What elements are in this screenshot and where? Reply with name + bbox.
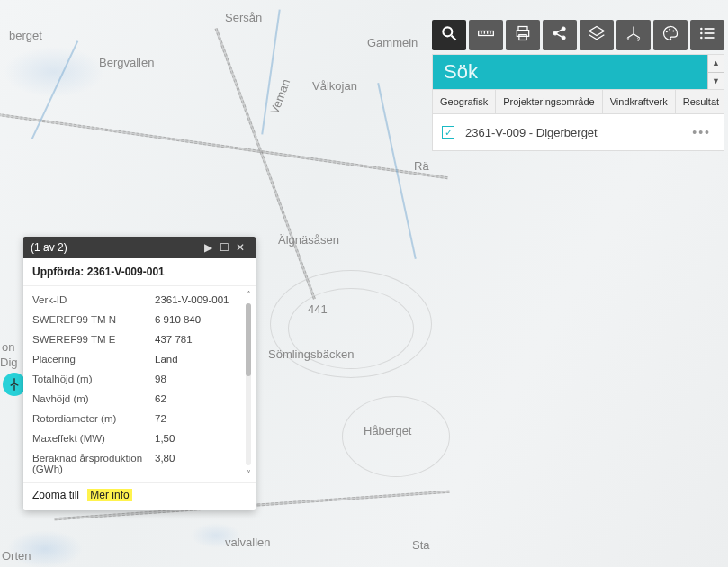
turbine-icon xyxy=(7,377,22,392)
result-checkbox[interactable]: ✓ xyxy=(442,126,454,139)
popup-next-icon[interactable]: ▶ xyxy=(200,241,216,254)
coords-icon: xy xyxy=(625,24,643,46)
attribute-key: Maxeffekt (MW) xyxy=(32,433,148,444)
feature-popup: (1 av 2) ▶ ☐ ✕ Uppförda: 2361-V-009-001 … xyxy=(23,237,256,510)
map-label: Veman xyxy=(267,77,292,116)
popup-counter: (1 av 2) xyxy=(31,241,200,254)
share-button[interactable] xyxy=(543,20,577,50)
svg-line-1 xyxy=(452,36,456,40)
svg-point-12 xyxy=(562,36,565,40)
scroll-track[interactable] xyxy=(246,303,251,465)
road-line xyxy=(0,112,448,179)
attribute-value: 437 781 xyxy=(155,334,243,345)
stepper-down[interactable]: ▼ xyxy=(708,73,724,90)
print-icon xyxy=(514,24,532,46)
svg-point-11 xyxy=(562,27,565,31)
palette-icon xyxy=(661,24,679,46)
map-label: Bergvallen xyxy=(99,56,154,69)
popup-scrollbar[interactable]: ˄ ˅ xyxy=(243,286,254,482)
map-label: Rä xyxy=(414,159,429,173)
attribute-row: Beräknad årsproduktion (GWh)3,80 xyxy=(23,448,256,479)
stepper-up[interactable]: ▲ xyxy=(708,55,724,73)
popup-title: Uppförda: 2361-V-009-001 xyxy=(23,258,256,286)
layers-button[interactable] xyxy=(580,20,614,50)
result-more-icon[interactable]: ••• xyxy=(692,125,715,140)
scroll-down-icon[interactable]: ˅ xyxy=(247,469,251,479)
scroll-thumb[interactable] xyxy=(246,303,251,376)
popup-maximize-icon[interactable]: ☐ xyxy=(216,241,232,254)
attribute-value: 1,50 xyxy=(155,433,243,444)
attribute-key: Navhöjd (m) xyxy=(32,393,148,404)
contour-line xyxy=(288,288,414,369)
svg-rect-2 xyxy=(479,32,494,36)
svg-point-28 xyxy=(700,32,703,35)
zoom-to-link[interactable]: Zooma till xyxy=(32,489,79,501)
attribute-key: SWEREF99 TM N xyxy=(32,314,148,325)
palette-button[interactable] xyxy=(653,20,688,50)
list-button[interactable] xyxy=(690,20,724,50)
search-tabs: GeografiskProjekteringsområdeVindkraftve… xyxy=(433,89,724,114)
map-label: berget xyxy=(9,29,42,42)
attribute-value: 62 xyxy=(155,393,243,404)
svg-point-10 xyxy=(553,32,557,35)
attribute-value: 2361-V-009-001 xyxy=(155,294,243,305)
search-button[interactable] xyxy=(432,20,466,50)
coords-button[interactable]: xy xyxy=(616,20,651,50)
ruler-icon xyxy=(477,24,495,46)
map-label: Vålkojan xyxy=(312,79,357,93)
print-button[interactable] xyxy=(506,20,540,50)
popup-close-icon[interactable]: ✕ xyxy=(232,241,248,254)
attribute-row: Rotordiameter (m)72 xyxy=(23,409,256,428)
svg-line-14 xyxy=(557,34,562,37)
map-label: Gammeln xyxy=(367,36,418,50)
search-result-row[interactable]: ✓ 2361-V-009 - Digerberget ••• xyxy=(433,114,724,150)
map-label: Sersån xyxy=(225,11,262,24)
attribute-value: 6 910 840 xyxy=(155,314,243,325)
contour-line xyxy=(342,396,450,477)
attribute-value: 72 xyxy=(155,413,243,424)
attribute-row: Maxeffekt (MW)1,50 xyxy=(23,428,256,448)
attribute-row: Verk-ID2361-V-009-001 xyxy=(23,290,256,310)
tab-resultat[interactable]: Resultat xyxy=(676,90,726,113)
attribute-value: Land xyxy=(155,354,243,364)
map-label: valvallen xyxy=(225,536,271,549)
search-panel: ▲ ▼ GeografiskProjekteringsområdeVindkra… xyxy=(432,54,724,151)
svg-line-13 xyxy=(557,30,562,32)
list-icon xyxy=(698,24,716,46)
svg-point-0 xyxy=(443,27,452,36)
svg-marker-15 xyxy=(589,27,605,36)
svg-point-21 xyxy=(666,31,668,32)
svg-rect-9 xyxy=(519,35,526,40)
map-label: Dig xyxy=(0,356,18,369)
search-icon xyxy=(440,24,458,46)
attribute-row: Totalhöjd (m)98 xyxy=(23,369,256,389)
result-label: 2361-V-009 - Digerberget xyxy=(465,126,598,140)
attribute-row: PlaceringLand xyxy=(23,349,256,369)
search-stepper: ▲ ▼ xyxy=(707,55,724,89)
attribute-key: Totalhöjd (m) xyxy=(32,374,148,384)
svg-text:y: y xyxy=(637,36,640,41)
top-toolbar: xy xyxy=(432,20,724,50)
svg-point-23 xyxy=(672,31,674,32)
ruler-button[interactable] xyxy=(469,20,503,50)
more-info-link[interactable]: Mer info xyxy=(87,489,131,501)
layers-icon xyxy=(588,24,606,46)
map-label: on xyxy=(2,340,14,354)
attribute-key: Placering xyxy=(32,354,148,364)
tab-geografisk[interactable]: Geografisk xyxy=(433,90,496,113)
search-input[interactable] xyxy=(433,55,707,89)
tab-projekteringsområde[interactable]: Projekteringsområde xyxy=(496,90,603,113)
attribute-key: Beräknad årsproduktion (GWh) xyxy=(32,453,148,474)
map-label: Orten xyxy=(2,549,31,562)
popup-footer: Zooma till Mer info xyxy=(23,482,256,510)
svg-point-27 xyxy=(700,28,703,31)
scroll-up-icon[interactable]: ˄ xyxy=(247,290,251,300)
attribute-key: Rotordiameter (m) xyxy=(32,413,148,424)
svg-point-22 xyxy=(669,29,670,31)
attribute-key: Verk-ID xyxy=(32,294,148,305)
map-label: Sta xyxy=(412,538,430,552)
svg-point-29 xyxy=(700,37,703,40)
tab-vindkraftverk[interactable]: Vindkraftverk xyxy=(603,90,676,113)
popup-header[interactable]: (1 av 2) ▶ ☐ ✕ xyxy=(23,237,256,258)
map-label: Älgnäsåsen xyxy=(278,233,339,247)
